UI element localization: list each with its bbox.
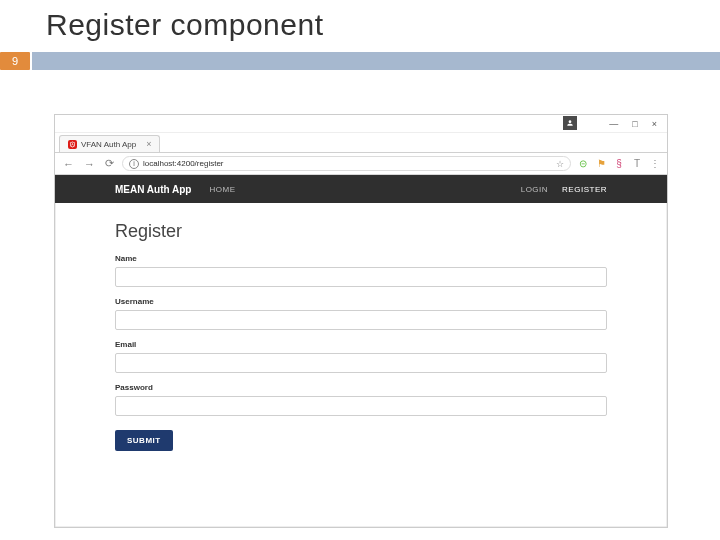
- extension-icon[interactable]: §: [613, 158, 625, 169]
- field-name: Name: [115, 254, 607, 287]
- app-navbar: MEAN Auth App HOME LOGIN REGISTER: [55, 175, 667, 203]
- forward-icon[interactable]: →: [82, 158, 97, 170]
- password-label: Password: [115, 383, 607, 392]
- username-label: Username: [115, 297, 607, 306]
- name-input[interactable]: [115, 267, 607, 287]
- reload-icon[interactable]: ⟳: [103, 157, 116, 170]
- nav-register[interactable]: REGISTER: [562, 185, 607, 194]
- browser-tab[interactable]: VFAN Auth App ×: [59, 135, 160, 152]
- tab-close-icon[interactable]: ×: [146, 139, 151, 149]
- extension-icon[interactable]: ⚑: [595, 158, 607, 169]
- address-bar-row: ← → ⟳ i ☆ ⊝ ⚑ § T ⋮: [55, 153, 667, 175]
- password-input[interactable]: [115, 396, 607, 416]
- nav-login[interactable]: LOGIN: [521, 185, 548, 194]
- browser-window: — □ × VFAN Auth App × ← → ⟳ i ☆ ⊝ ⚑ § T …: [54, 114, 668, 528]
- browser-menu-icon[interactable]: ⋮: [649, 158, 661, 169]
- address-bar[interactable]: i ☆: [122, 156, 571, 171]
- tab-title: VFAN Auth App: [81, 140, 136, 149]
- page-heading: Register: [115, 221, 607, 242]
- app-brand[interactable]: MEAN Auth App: [115, 184, 191, 195]
- slide-number: 9: [0, 52, 30, 70]
- submit-button[interactable]: SUBMIT: [115, 430, 173, 451]
- url-input[interactable]: [143, 159, 552, 168]
- site-info-icon[interactable]: i: [129, 159, 139, 169]
- email-label: Email: [115, 340, 607, 349]
- slide-bar-fill: [32, 52, 720, 70]
- window-minimize-icon[interactable]: —: [609, 119, 618, 129]
- nav-home[interactable]: HOME: [209, 185, 235, 194]
- name-label: Name: [115, 254, 607, 263]
- extension-icon[interactable]: T: [631, 158, 643, 169]
- window-close-icon[interactable]: ×: [652, 119, 657, 129]
- page-content: Register Name Username Email Password SU…: [55, 203, 667, 461]
- tab-strip: VFAN Auth App ×: [55, 133, 667, 153]
- slide-number-bar: 9: [0, 52, 720, 70]
- field-username: Username: [115, 297, 607, 330]
- extension-icon[interactable]: ⊝: [577, 158, 589, 169]
- profile-icon[interactable]: [563, 116, 577, 130]
- email-input[interactable]: [115, 353, 607, 373]
- slide-title: Register component: [0, 0, 720, 42]
- field-email: Email: [115, 340, 607, 373]
- username-input[interactable]: [115, 310, 607, 330]
- field-password: Password: [115, 383, 607, 416]
- bookmark-star-icon[interactable]: ☆: [556, 159, 564, 169]
- window-maximize-icon[interactable]: □: [632, 119, 637, 129]
- window-titlebar: — □ ×: [55, 115, 667, 133]
- back-icon[interactable]: ←: [61, 158, 76, 170]
- angular-favicon-icon: [68, 140, 77, 149]
